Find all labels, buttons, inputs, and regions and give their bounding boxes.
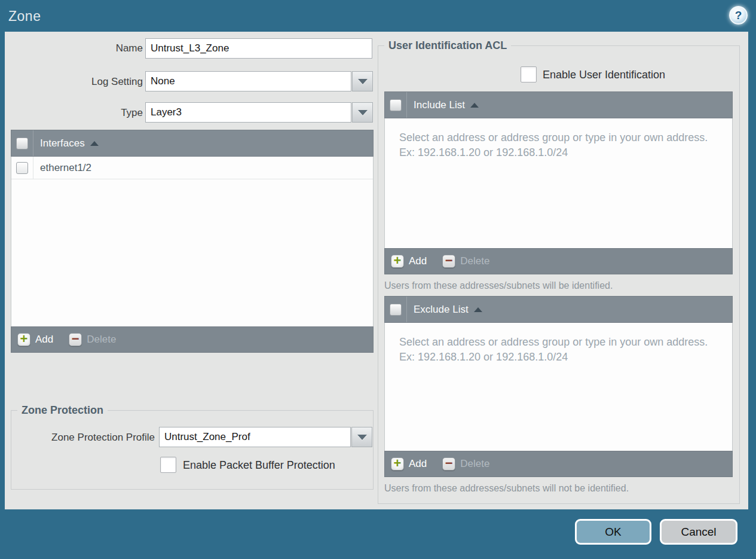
dialog-body: Name Log Setting Type Interfaces: [5, 32, 748, 509]
log-setting-label: Log Setting: [7, 76, 143, 88]
interfaces-table-body: ethernet1/2: [11, 157, 374, 326]
exclude-list-header: Exclude List: [384, 296, 733, 323]
row-checkbox-cell: [11, 157, 33, 179]
type-label: Type: [7, 107, 143, 119]
delete-button[interactable]: − Delete: [69, 333, 116, 346]
enable-user-identification-label: Enable User Identification: [543, 69, 665, 81]
interface-name: ethernet1/2: [40, 162, 91, 174]
zone-protection-profile-dropdown-button[interactable]: [351, 427, 372, 447]
delete-icon: −: [69, 333, 82, 346]
add-icon: +: [391, 255, 404, 268]
user-identification-group: User Identification ACL Enable User Iden…: [378, 45, 740, 504]
exclude-list-body[interactable]: Select an address or address group or ty…: [384, 323, 733, 451]
delete-button[interactable]: − Delete: [442, 457, 489, 471]
sort-ascending-icon[interactable]: [470, 103, 479, 108]
zone-dialog: Zone ? Name Log Setting Type Interfaces: [0, 0, 756, 559]
type-input[interactable]: [145, 102, 351, 123]
log-setting-combo: [145, 71, 373, 91]
add-button[interactable]: + Add: [17, 333, 53, 346]
packet-buffer-protection-checkbox[interactable]: [160, 457, 176, 473]
dialog-title: Zone: [8, 8, 41, 25]
interfaces-select-all-cell: [11, 130, 33, 156]
name-input[interactable]: [145, 38, 372, 59]
include-list-body[interactable]: Select an address or address group or ty…: [384, 118, 733, 248]
enable-user-identification-checkbox[interactable]: [521, 66, 537, 83]
add-button[interactable]: + Add: [391, 457, 427, 471]
type-dropdown-button[interactable]: [352, 102, 373, 123]
log-setting-dropdown-button[interactable]: [352, 71, 373, 91]
zone-protection-profile-input[interactable]: [159, 427, 351, 447]
user-identification-legend: User Identification ACL: [384, 39, 511, 52]
include-list-helper-text: Users from these addresses/subnets will …: [384, 280, 613, 291]
exclude-list-helper-text: Users from these addresses/subnets will …: [384, 483, 629, 494]
exclude-select-all-checkbox[interactable]: [390, 304, 402, 316]
exclude-list-column-header[interactable]: Exclude List: [414, 304, 469, 316]
row-checkbox[interactable]: [16, 162, 28, 174]
packet-buffer-protection-label: Enable Packet Buffer Protection: [183, 459, 335, 472]
chevron-down-icon: [358, 110, 368, 115]
log-setting-input[interactable]: [145, 71, 351, 91]
sort-ascending-icon[interactable]: [474, 307, 482, 312]
zone-protection-group: Zone Protection Zone Protection Profile …: [11, 410, 374, 490]
include-list-column-header[interactable]: Include List: [414, 99, 465, 111]
sort-ascending-icon[interactable]: [90, 141, 99, 146]
exclude-select-all-cell: [385, 297, 407, 322]
add-icon: +: [391, 457, 404, 471]
dialog-titlebar: Zone ?: [0, 0, 756, 32]
interfaces-select-all-checkbox[interactable]: [16, 138, 28, 149]
interfaces-toolbar: + Add − Delete: [11, 326, 374, 353]
exclude-list-placeholder: Select an address or address group or ty…: [399, 335, 710, 365]
ok-button[interactable]: OK: [575, 519, 651, 545]
name-label: Name: [7, 42, 143, 54]
exclude-list-toolbar: + Add − Delete: [384, 451, 733, 477]
add-button[interactable]: + Add: [391, 255, 427, 268]
include-list-placeholder: Select an address or address group or ty…: [399, 130, 710, 160]
zone-protection-profile-combo: [159, 427, 372, 447]
delete-button[interactable]: − Delete: [442, 255, 489, 268]
include-list-header: Include List: [384, 91, 733, 118]
type-combo: [145, 102, 373, 123]
include-select-all-cell: [385, 92, 407, 118]
zone-protection-profile-label: Zone Protection Profile: [17, 432, 155, 444]
table-row[interactable]: ethernet1/2: [11, 157, 373, 179]
interfaces-table-header: Interfaces: [11, 130, 374, 157]
help-icon[interactable]: ?: [729, 6, 748, 25]
include-list-toolbar: + Add − Delete: [384, 248, 733, 274]
chevron-down-icon: [358, 79, 368, 84]
chevron-down-icon: [357, 435, 367, 440]
cancel-button[interactable]: Cancel: [660, 519, 737, 545]
interfaces-column-header[interactable]: Interfaces: [40, 138, 85, 149]
include-select-all-checkbox[interactable]: [390, 99, 402, 111]
delete-icon: −: [442, 255, 455, 268]
add-icon: +: [17, 333, 30, 346]
zone-protection-legend: Zone Protection: [17, 404, 108, 417]
delete-icon: −: [442, 457, 455, 471]
